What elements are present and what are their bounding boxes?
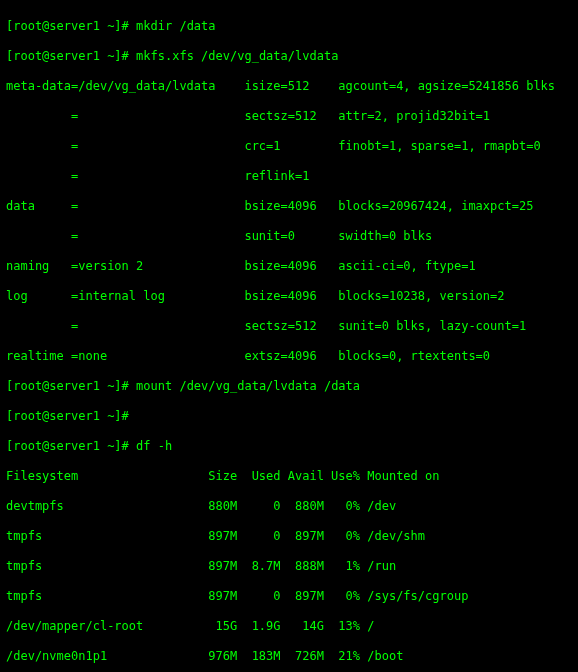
df-row: devtmpfs 880M 0 880M 0% /dev bbox=[6, 499, 572, 514]
cmd-line: [root@server1 ~]# df -h bbox=[6, 439, 572, 454]
cmd-line: [root@server1 ~]# mkdir /data bbox=[6, 19, 572, 34]
output-line: naming =version 2 bsize=4096 ascii-ci=0,… bbox=[6, 259, 572, 274]
output-line: = sunit=0 swidth=0 blks bbox=[6, 229, 572, 244]
cmd-line: [root@server1 ~]# mount /dev/vg_data/lvd… bbox=[6, 379, 572, 394]
output-line: log =internal log bsize=4096 blocks=1023… bbox=[6, 289, 572, 304]
output-line: data = bsize=4096 blocks=20967424, imaxp… bbox=[6, 199, 572, 214]
df-row: tmpfs 897M 8.7M 888M 1% /run bbox=[6, 559, 572, 574]
output-line: meta-data=/dev/vg_data/lvdata isize=512 … bbox=[6, 79, 572, 94]
df-row: tmpfs 897M 0 897M 0% /dev/shm bbox=[6, 529, 572, 544]
df-row: /dev/nvme0n1p1 976M 183M 726M 21% /boot bbox=[6, 649, 572, 664]
cmd-line: [root@server1 ~]# bbox=[6, 409, 572, 424]
cmd-line: [root@server1 ~]# mkfs.xfs /dev/vg_data/… bbox=[6, 49, 572, 64]
output-line: = sectsz=512 sunit=0 blks, lazy-count=1 bbox=[6, 319, 572, 334]
df-header: Filesystem Size Used Avail Use% Mounted … bbox=[6, 469, 572, 484]
output-line: realtime =none extsz=4096 blocks=0, rtex… bbox=[6, 349, 572, 364]
df-row: tmpfs 897M 0 897M 0% /sys/fs/cgroup bbox=[6, 589, 572, 604]
output-line: = crc=1 finobt=1, sparse=1, rmapbt=0 bbox=[6, 139, 572, 154]
output-line: = reflink=1 bbox=[6, 169, 572, 184]
output-line: = sectsz=512 attr=2, projid32bit=1 bbox=[6, 109, 572, 124]
terminal-output[interactable]: [root@server1 ~]# mkdir /data [root@serv… bbox=[0, 0, 578, 672]
df-row: /dev/mapper/cl-root 15G 1.9G 14G 13% / bbox=[6, 619, 572, 634]
